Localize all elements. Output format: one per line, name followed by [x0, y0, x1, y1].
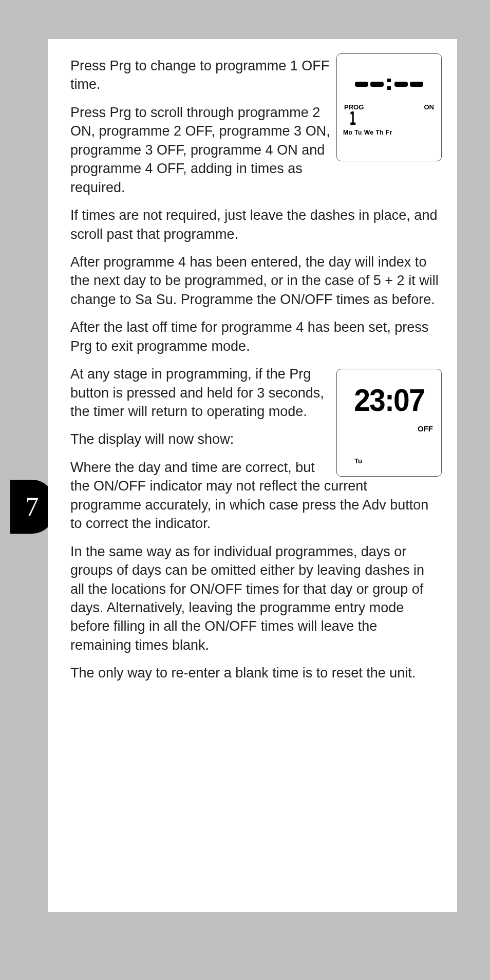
paragraph: The only way to re-enter a blank time is…	[70, 664, 442, 682]
lcd-time: 23:07	[346, 379, 432, 422]
lcd-day: Tu	[342, 457, 436, 466]
off-label: OFF	[342, 424, 436, 434]
paragraph: After the last off time for programme 4 …	[70, 318, 442, 355]
paragraph: After programme 4 has been entered, the …	[70, 253, 442, 309]
lcd-days-row: Mo Tu We Th Fr	[337, 129, 441, 136]
page-number: 7	[26, 492, 39, 522]
lcd-time-dashes	[337, 79, 441, 90]
lcd-display-operating: 23:07 OFF Tu	[336, 369, 442, 477]
prog-number: 1	[349, 112, 356, 125]
paragraph: If times are not required, just leave th…	[70, 206, 442, 243]
lcd-display-programming: PROG ON 1 Mo Tu We Th Fr	[336, 53, 442, 161]
on-label: ON	[424, 103, 435, 111]
paragraph: In the same way as for individual progra…	[70, 542, 442, 655]
document-page: PROG ON 1 Mo Tu We Th Fr Press Prg to ch…	[48, 39, 457, 912]
